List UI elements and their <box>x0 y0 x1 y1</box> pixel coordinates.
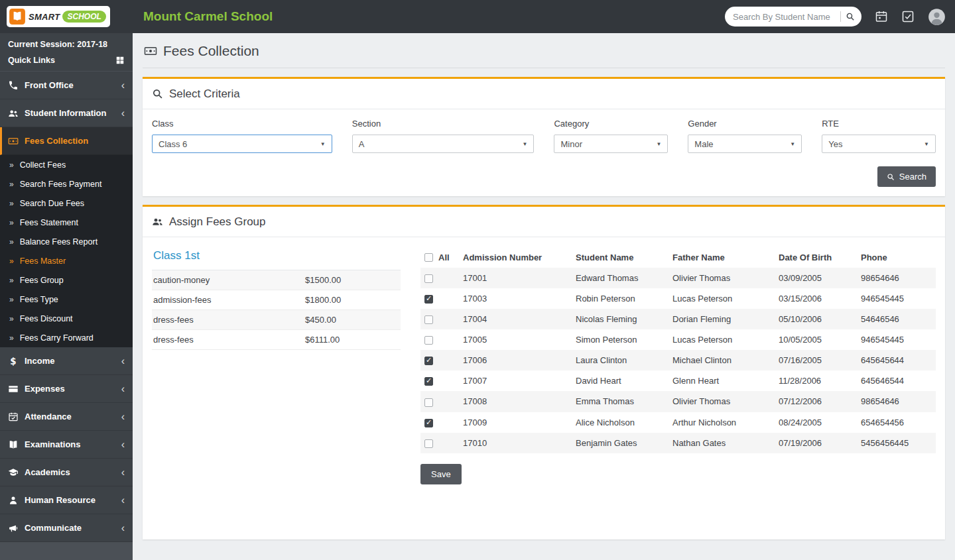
caret-down-icon: ▼ <box>656 141 661 147</box>
submenu-item-fees-master[interactable]: »Fees Master <box>0 251 133 270</box>
submenu-item-label: Fees Discount <box>20 314 73 323</box>
submenu-item-fees-group[interactable]: »Fees Group <box>0 270 133 290</box>
submenu-item-fees-discount[interactable]: »Fees Discount <box>0 309 133 328</box>
submenu-item-fees-statement[interactable]: »Fees Statement <box>0 213 133 232</box>
quick-links[interactable]: Quick Links <box>8 56 125 65</box>
app-logo[interactable]: SMART SCHOOL <box>0 6 133 27</box>
student-name: Emma Thomas <box>572 391 668 412</box>
tasks-icon[interactable] <box>901 10 915 23</box>
submenu-item-search-due-fees[interactable]: »Search Due Fees <box>0 194 133 213</box>
row-checkbox[interactable] <box>424 439 433 448</box>
sidebar-item-student-information[interactable]: Student Information‹ <box>0 99 133 127</box>
row-checkbox[interactable] <box>424 419 433 427</box>
phone: 5456456445 <box>857 433 936 453</box>
logo-book-icon <box>9 8 26 25</box>
grid-icon[interactable] <box>115 56 125 65</box>
quick-links-label: Quick Links <box>8 56 55 65</box>
submenu-item-balance-fees-report[interactable]: »Balance Fees Report <box>0 232 133 251</box>
calendar-icon[interactable] <box>875 10 888 23</box>
student-row: 17010Benjamin GatesNathan Gates07/19/200… <box>420 433 936 453</box>
field-gender: GenderMale▼ <box>688 119 802 153</box>
student-row: 17009Alice NicholsonArthur Nicholson08/2… <box>420 412 936 433</box>
field-label: RTE <box>822 119 936 129</box>
date-of-birth: 03/15/2006 <box>775 288 857 309</box>
calendar-check-icon <box>8 412 19 422</box>
students-table-head: AllAdmission NumberStudent NameFather Na… <box>420 247 936 268</box>
submenu-item-fees-type[interactable]: »Fees Type <box>0 290 133 309</box>
sidebar-item-examinations[interactable]: Examinations‹ <box>0 431 133 459</box>
row-checkbox[interactable] <box>424 398 433 407</box>
submenu-item-collect-fees[interactable]: »Collect Fees <box>0 155 133 174</box>
users-icon <box>8 108 19 119</box>
row-checkbox[interactable] <box>424 336 433 345</box>
angles-right-icon: » <box>9 237 14 247</box>
school-name: Mount Carmel School <box>143 9 273 24</box>
row-checkbox[interactable] <box>424 315 433 324</box>
student-name: David Heart <box>572 370 668 391</box>
row-checkbox[interactable] <box>424 295 433 304</box>
section-select[interactable]: A▼ <box>352 135 535 153</box>
submenu-item-fees-carry-forward[interactable]: »Fees Carry Forward <box>0 328 133 347</box>
father-name: Olivier Thomas <box>668 268 775 288</box>
field-label: Gender <box>688 119 802 129</box>
select-criteria-title: Select Criteria <box>169 87 240 101</box>
field-class: ClassClass 6▼ <box>152 119 332 153</box>
search-button[interactable]: Search <box>877 166 936 187</box>
fee-row: admission-fees$1800.00 <box>152 290 401 310</box>
sidebar-item-communicate[interactable]: Communicate‹ <box>0 514 133 542</box>
submenu-item-label: Fees Carry Forward <box>20 333 94 343</box>
card-icon <box>8 384 19 394</box>
sidebar-item-expenses[interactable]: Expenses‹ <box>0 375 133 403</box>
row-checkbox[interactable] <box>424 274 433 283</box>
submenu-item-label: Search Fees Payment <box>20 180 102 189</box>
avatar[interactable] <box>928 8 946 26</box>
student-search-input[interactable] <box>732 11 836 23</box>
gradcap-icon <box>8 467 19 478</box>
megaphone-icon <box>8 523 19 533</box>
chevron-left-icon: ‹ <box>121 467 125 478</box>
sidebar-item-attendance[interactable]: Attendance‹ <box>0 403 133 431</box>
rte-select[interactable]: Yes▼ <box>822 135 936 153</box>
search-icon[interactable] <box>846 12 855 21</box>
chevron-left-icon: ‹ <box>121 412 125 422</box>
topbar: SMART SCHOOL Mount Carmel School <box>0 0 955 33</box>
sidebar-item-academics[interactable]: Academics‹ <box>0 459 133 486</box>
sidebar-item-human-resource[interactable]: Human Resource‹ <box>0 486 133 514</box>
save-button[interactable]: Save <box>420 464 462 484</box>
sidebar-item-label: Fees Collection <box>25 136 125 146</box>
row-checkbox[interactable] <box>424 377 433 386</box>
hr-icon <box>8 495 19 506</box>
search-divider <box>840 11 841 22</box>
sidebar-item-fees-collection[interactable]: Fees Collection <box>0 127 133 155</box>
gender-select[interactable]: Male▼ <box>688 135 802 153</box>
topbar-right <box>725 7 955 27</box>
selected-value: Class 6 <box>159 139 187 149</box>
fee-row: dress-fees$6111.00 <box>152 330 401 350</box>
angles-right-icon: » <box>9 314 14 323</box>
col-header-date-of-birth: Date Of Birth <box>775 247 857 268</box>
caret-down-icon: ▼ <box>924 141 929 147</box>
sidebar-item-income[interactable]: $Income‹ <box>0 347 133 375</box>
sidebar-filler <box>0 542 133 560</box>
category-select[interactable]: Minor▼ <box>554 135 668 153</box>
select-all-checkbox[interactable] <box>424 253 433 262</box>
date-of-birth: 07/12/2006 <box>775 391 857 412</box>
select-criteria-header: Select Criteria <box>143 79 945 109</box>
assign-fees-title: Assign Fees Group <box>169 215 266 229</box>
fee-name: caution-money <box>153 275 305 285</box>
field-rte: RTEYes▼ <box>822 119 936 153</box>
student-name: Nicolas Fleming <box>572 309 668 329</box>
class-select[interactable]: Class 6▼ <box>152 135 332 153</box>
fees-group-panel: Class 1st caution-money$1500.00admission… <box>152 247 401 350</box>
field-label: Category <box>554 119 668 129</box>
submenu-item-search-fees-payment[interactable]: »Search Fees Payment <box>0 174 133 194</box>
row-checkbox[interactable] <box>424 357 433 365</box>
sidebar-item-label: Front Office <box>25 80 121 90</box>
sidebar-item-front-office[interactable]: Front Office‹ <box>0 72 133 99</box>
students-table-body: 17001Edward ThomasOlivier Thomas03/09/20… <box>420 268 936 453</box>
field-label: Class <box>152 119 332 129</box>
angles-right-icon: » <box>9 218 14 227</box>
date-of-birth: 10/05/2005 <box>775 329 857 350</box>
sidebar-item-label: Income <box>25 356 121 366</box>
sidebar-item-label: Student Information <box>25 108 121 118</box>
